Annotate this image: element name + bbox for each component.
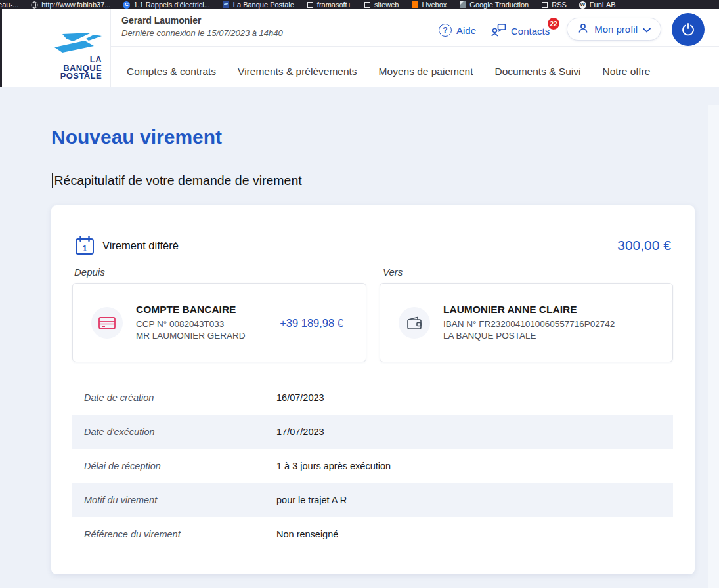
translate-icon <box>459 1 466 9</box>
contacts-icon <box>491 24 506 39</box>
to-account-card[interactable]: LAUMONIER ANNE CLAIRE IBAN N° FR23200410… <box>380 283 673 362</box>
detail-value: 17/07/2023 <box>276 427 324 437</box>
nav-comptes-contrats[interactable]: Comptes & contrats <box>127 66 216 77</box>
page-title: Nouveau virement <box>51 126 222 148</box>
bookmark-label: La Banque Postale <box>233 0 294 9</box>
header-vertical-divider <box>110 9 111 87</box>
wordpress-icon: W <box>579 1 586 9</box>
bookmark-label: framasoft+ <box>317 0 351 9</box>
calendar-icon: 1 <box>74 235 95 256</box>
globe-icon <box>31 1 38 9</box>
from-account-balance: +39 189,98 € <box>280 317 343 329</box>
transfer-summary-card: 1 Virement différé 300,00 € Depuis Vers … <box>51 205 695 574</box>
bookmark-item[interactable]: teau-... <box>0 0 18 9</box>
banque-postale-favicon <box>223 1 230 9</box>
from-account-text: COMPTE BANCAIRE CCP N° 0082043T033 MR LA… <box>136 304 246 341</box>
default-square-icon <box>307 1 314 9</box>
bookmark-label: siteweb <box>374 0 399 9</box>
bank-card-icon <box>98 316 116 330</box>
last-connection-text: Dernière connexion le 15/07/2023 à 14h40 <box>121 28 283 38</box>
detail-value: 16/07/2023 <box>276 392 324 403</box>
bookmark-label: Google Traduction <box>469 0 529 9</box>
logo-text-postale: POSTALE <box>30 72 102 81</box>
detail-value: Non renseigné <box>276 529 338 539</box>
profile-person-icon <box>577 22 589 36</box>
bookmark-item[interactable]: RSS <box>541 0 567 9</box>
bookmark-item[interactable]: Google Traduction <box>459 0 529 9</box>
c-circle-icon: C <box>123 1 130 9</box>
nav-virements-prelevements[interactable]: Virements & prélèvements <box>238 66 357 77</box>
help-icon: ? <box>439 24 452 37</box>
orange-icon <box>411 1 418 9</box>
to-account-bank: LA BANQUE POSTALE <box>443 330 615 342</box>
calendar-day-number: 1 <box>82 243 87 253</box>
bookmark-item[interactable]: W FunLAB <box>579 0 616 9</box>
header: LA BANQUE POSTALE Gerard Laumonier Derni… <box>0 9 719 87</box>
contacts-badge: 22 <box>548 18 559 30</box>
bookmark-label: teau-... <box>0 0 18 9</box>
banque-postale-bird-icon <box>51 33 102 55</box>
summary-subtitle: Récapitulatif de votre demande de vireme… <box>52 173 302 188</box>
detail-label: Référence du virement <box>72 529 276 539</box>
to-account-iban: IBAN N° FR2320041010060557716P02742 <box>443 318 615 330</box>
table-row: Délai de réception 1 à 3 jours après exé… <box>72 449 673 483</box>
from-account-title: COMPTE BANCAIRE <box>136 304 246 316</box>
nav-documents-suivi[interactable]: Documents & Suivi <box>495 66 581 77</box>
logout-power-button[interactable] <box>672 13 705 46</box>
default-square-icon <box>541 1 548 9</box>
table-row: Date d'exécution 17/07/2023 <box>72 415 673 449</box>
detail-value: 1 à 3 jours après exécution <box>276 461 391 471</box>
nav-notre-offre[interactable]: Notre offre <box>602 66 650 77</box>
default-square-icon <box>364 1 371 9</box>
bookmark-label: Livebox <box>422 0 447 9</box>
user-block: Gerard Laumonier Dernière connexion le 1… <box>121 15 283 38</box>
bookmark-item[interactable]: http://www.fablab37... <box>31 0 110 9</box>
bookmark-item[interactable]: C 1.1 Rappels d'électrici... <box>123 0 209 9</box>
table-row: Motif du virement pour le trajet A R <box>72 483 673 517</box>
window-edge <box>0 9 2 87</box>
from-section-label: Depuis <box>74 266 105 278</box>
nav-moyens-paiement[interactable]: Moyens de paiement <box>379 66 473 77</box>
text-cursor <box>52 173 53 188</box>
detail-label: Motif du virement <box>72 495 276 505</box>
chevron-down-icon <box>643 24 651 35</box>
user-name: Gerard Laumonier <box>121 15 283 26</box>
page-scrollbar-track[interactable] <box>708 105 719 588</box>
main-nav: Comptes & contrats Virements & prélèveme… <box>127 55 650 87</box>
table-row: Date de création 16/07/2023 <box>72 381 673 415</box>
bookmark-label: RSS <box>552 0 567 9</box>
bookmark-item[interactable]: framasoft+ <box>307 0 351 9</box>
to-section-label: Vers <box>383 266 403 278</box>
transfer-details-table: Date de création 16/07/2023 Date d'exécu… <box>72 381 673 551</box>
bookmark-item[interactable]: Livebox <box>411 0 447 9</box>
detail-label: Date de création <box>72 392 276 403</box>
header-row-divider <box>111 46 719 47</box>
detail-label: Délai de réception <box>72 461 276 471</box>
contacts-label: Contacts <box>511 26 550 37</box>
transfer-type-label: Virement différé <box>102 240 179 252</box>
from-account-holder: MR LAUMONIER GERARD <box>136 330 246 342</box>
detail-label: Date d'exécution <box>72 427 276 437</box>
from-account-card[interactable]: COMPTE BANCAIRE CCP N° 0082043T033 MR LA… <box>72 283 366 362</box>
bookmark-item[interactable]: La Banque Postale <box>223 0 294 9</box>
transfer-amount: 300,00 € <box>617 238 671 253</box>
profile-label: Mon profil <box>594 24 638 35</box>
to-account-icon-circle <box>399 307 430 339</box>
table-row: Référence du virement Non renseigné <box>72 517 673 551</box>
aide-label: Aide <box>456 25 476 36</box>
bookmark-label: FunLAB <box>590 0 616 9</box>
banque-postale-logo[interactable]: LA BANQUE POSTALE <box>30 33 102 81</box>
mon-profil-button[interactable]: Mon profil <box>567 18 661 41</box>
detail-value: pour le trajet A R <box>276 495 347 505</box>
from-account-number: CCP N° 0082043T033 <box>136 318 246 330</box>
to-account-title: LAUMONIER ANNE CLAIRE <box>443 304 615 316</box>
bookmark-item[interactable]: siteweb <box>364 0 399 9</box>
bookmark-label: http://www.fablab37... <box>41 0 110 9</box>
wallet-icon <box>406 316 422 330</box>
to-account-text: LAUMONIER ANNE CLAIRE IBAN N° FR23200410… <box>443 304 615 341</box>
bookmark-label: 1.1 Rappels d'électrici... <box>133 0 209 9</box>
contacts-button[interactable]: Contacts 22 <box>491 24 550 39</box>
bookmarks-bar: teau-... http://www.fablab37... C 1.1 Ra… <box>0 0 719 9</box>
power-icon <box>680 22 696 37</box>
aide-button[interactable]: ? Aide <box>439 24 476 37</box>
